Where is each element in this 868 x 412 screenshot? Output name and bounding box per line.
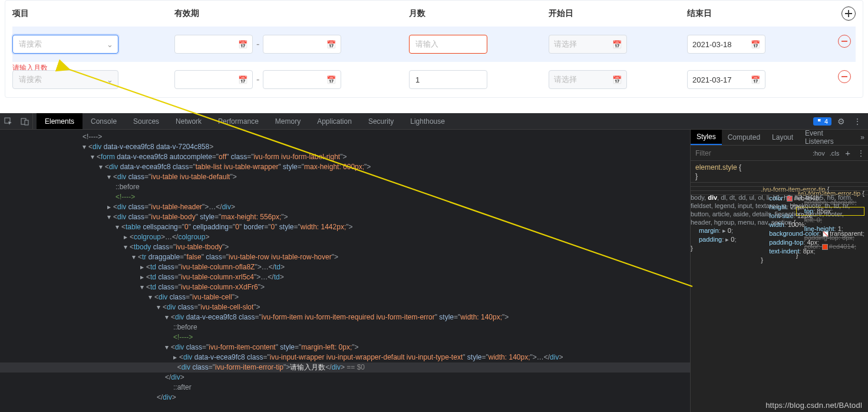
svg-rect-2: [25, 120, 28, 125]
minus-icon: [841, 73, 848, 80]
flag-icon: [817, 118, 823, 124]
styles-tab-computed[interactable]: Computed: [722, 130, 766, 145]
devtools-tab-security[interactable]: Security: [360, 113, 402, 129]
header-valid-period: 有效期: [174, 8, 409, 19]
header-end-date: 结束日: [687, 8, 841, 19]
valid-from-date[interactable]: 📅: [174, 35, 253, 54]
styles-tab-event-listeners[interactable]: Event Listeners: [799, 130, 857, 145]
chevron-down-icon: ⌄: [107, 40, 113, 49]
devtools-tab-lighthouse[interactable]: Lighthouse: [402, 113, 453, 129]
devtools-tab-performance[interactable]: Performance: [210, 113, 267, 129]
device-toolbar-icon[interactable]: [16, 113, 33, 130]
minus-icon: [841, 38, 848, 45]
devtools-tab-elements[interactable]: Elements: [37, 113, 82, 129]
header-start-date: 开始日: [549, 8, 687, 19]
header-project: 项目: [12, 8, 174, 19]
devtools-tab-console[interactable]: Console: [82, 113, 125, 129]
table-header-row: 项目 有效期 月数 开始日 结束日: [12, 6, 856, 27]
start-date-input[interactable]: 请选择 📅: [549, 70, 627, 89]
form-table: 项目 有效期 月数 开始日 结束日 请搜索 ⌄ 请输入月数 📅 - 📅: [5, 0, 863, 98]
table-row: 请搜索 ⌄ 请输入月数 📅 - 📅 请输入 请选择 📅: [12, 27, 856, 62]
more-menu-icon[interactable]: ⋮: [850, 117, 864, 126]
more-tabs-icon[interactable]: »: [857, 133, 868, 141]
calendar-icon: 📅: [326, 75, 336, 84]
styles-filter-input[interactable]: [691, 149, 810, 157]
devtools-tab-application[interactable]: Application: [309, 113, 360, 129]
calendar-icon: 📅: [326, 40, 336, 49]
devtools-tabs: ElementsConsoleSourcesNetworkPerformance…: [37, 113, 453, 129]
end-date-input[interactable]: 2021-03-18 📅: [687, 35, 765, 54]
end-date-input[interactable]: 2021-03-17 📅: [687, 70, 765, 89]
devtools-tab-sources[interactable]: Sources: [125, 113, 167, 129]
css-rules[interactable]: element.style {}.ivu-form-item-error-tip…: [691, 161, 868, 412]
elements-dom-tree[interactable]: <!---->▾<div data-v-ecea9fc8 data-v-7204…: [0, 130, 690, 412]
inspect-element-icon[interactable]: [0, 113, 16, 130]
project-select[interactable]: 请搜索 ⌄: [12, 35, 118, 54]
add-row-button[interactable]: [841, 6, 856, 21]
error-count-badge[interactable]: 4: [813, 117, 831, 126]
months-input[interactable]: 1: [409, 70, 487, 89]
start-date-input[interactable]: 请选择 📅: [549, 35, 627, 54]
select-placeholder: 请搜索: [19, 39, 42, 50]
valid-to-date[interactable]: 📅: [263, 35, 341, 54]
range-dash: -: [256, 39, 259, 50]
styles-tab-styles[interactable]: Styles: [691, 130, 722, 145]
watermark: https://blog.csdn.net/BAtodl: [765, 401, 862, 410]
devtools-toolbar: ElementsConsoleSourcesNetworkPerformance…: [0, 113, 868, 130]
calendar-icon: 📅: [751, 75, 760, 84]
devtools-tab-network[interactable]: Network: [167, 113, 210, 129]
hov-toggle[interactable]: :hov: [810, 150, 827, 157]
styles-more-icon[interactable]: ⋮: [854, 149, 868, 157]
calendar-icon: 📅: [238, 40, 247, 49]
valid-to-date[interactable]: 📅: [263, 70, 341, 89]
new-style-rule-icon[interactable]: +: [841, 148, 854, 158]
table-row: 请搜索 ⌄ 📅 - 📅 1 请选择 📅 2021-: [12, 62, 856, 97]
devtools-panel: ElementsConsoleSourcesNetworkPerformance…: [0, 113, 868, 412]
styles-tabs: Styles Computed Layout Event Listeners »: [691, 130, 868, 146]
cls-toggle[interactable]: .cls: [827, 150, 842, 157]
styles-pane: Styles Computed Layout Event Listeners »…: [690, 130, 868, 412]
devtools-tab-memory[interactable]: Memory: [267, 113, 309, 129]
settings-icon[interactable]: ⚙: [834, 117, 848, 126]
styles-tab-layout[interactable]: Layout: [766, 130, 799, 145]
calendar-icon: 📅: [238, 75, 247, 84]
header-months: 月数: [409, 8, 549, 19]
remove-row-button[interactable]: [838, 35, 851, 48]
months-input[interactable]: 请输入: [409, 35, 487, 54]
remove-row-button[interactable]: [838, 70, 851, 83]
project-select[interactable]: 请搜索 ⌄: [12, 70, 118, 89]
select-placeholder: 请搜索: [19, 74, 42, 85]
calendar-icon: 📅: [612, 40, 622, 49]
valid-from-date[interactable]: 📅: [174, 70, 253, 89]
plus-icon: [844, 9, 853, 18]
chevron-down-icon: ⌄: [107, 75, 113, 84]
calendar-icon: 📅: [612, 75, 622, 84]
range-dash: -: [256, 74, 259, 85]
calendar-icon: 📅: [751, 40, 760, 49]
